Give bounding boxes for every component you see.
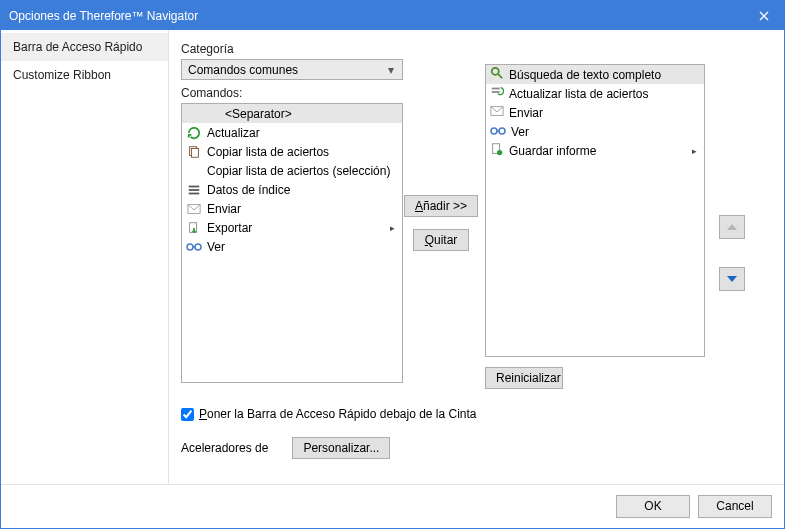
add-button[interactable]: Añadir >> (404, 195, 478, 217)
submenu-indicator-icon: ▸ (390, 223, 398, 233)
below-ribbon-row: Poner la Barra de Acceso Rápido debajo d… (181, 407, 772, 421)
category-combo[interactable]: Comandos comunes ▾ (181, 59, 403, 80)
copy-icon (186, 144, 202, 160)
close-icon (759, 11, 769, 21)
mail-icon (490, 104, 504, 121)
svg-rect-1 (191, 148, 198, 157)
customize-accelerators-button[interactable]: Personalizar... (292, 437, 390, 459)
svg-point-14 (499, 128, 505, 134)
index-icon (186, 182, 202, 198)
qat-listbox[interactable]: Búsqueda de texto completo Actualizar li… (485, 64, 705, 357)
list-item[interactable]: Guardar informe ▸ (486, 141, 704, 160)
close-button[interactable] (744, 1, 784, 30)
svg-point-7 (187, 244, 193, 250)
view-icon (186, 239, 202, 255)
dialog-window: Opciones de Therefore™ Navigator Barra d… (0, 0, 785, 529)
export-icon (186, 220, 202, 236)
search-icon (490, 66, 504, 83)
window-title: Opciones de Therefore™ Navigator (9, 9, 744, 23)
svg-point-13 (491, 128, 497, 134)
list-item[interactable]: Copiar lista de aciertos (selección) (182, 161, 402, 180)
ok-button[interactable]: OK (616, 495, 690, 518)
svg-rect-4 (189, 192, 200, 194)
move-up-button[interactable] (719, 215, 745, 239)
svg-point-9 (492, 68, 499, 75)
list-item[interactable]: Enviar (486, 103, 704, 122)
qat-column: Búsqueda de texto completo Actualizar li… (479, 103, 772, 389)
refresh-icon (186, 125, 202, 141)
main-panel: Categoría Comandos comunes ▾ Comandos: <… (169, 30, 784, 484)
reorder-buttons (719, 215, 745, 291)
accelerators-row: Aceleradores de Personalizar... (181, 437, 772, 459)
list-item[interactable]: <Separator> (182, 104, 402, 123)
svg-rect-10 (492, 88, 500, 90)
accelerators-label: Aceleradores de (181, 441, 268, 455)
refresh-list-icon (490, 85, 504, 102)
submenu-indicator-icon: ▸ (692, 146, 700, 156)
svg-rect-11 (492, 91, 500, 93)
svg-rect-3 (189, 189, 200, 191)
commands-column: <Separator> Actualizar Copiar lista de a… (181, 103, 403, 383)
lists-row: <Separator> Actualizar Copiar lista de a… (181, 103, 772, 389)
list-item[interactable]: Enviar (182, 199, 402, 218)
svg-rect-2 (189, 185, 200, 187)
sidebar: Barra de Acceso Rápido Customize Ribbon (1, 30, 169, 484)
list-item[interactable]: Exportar ▸ (182, 218, 402, 237)
list-item[interactable]: Actualizar (182, 123, 402, 142)
commands-listbox[interactable]: <Separator> Actualizar Copiar lista de a… (181, 103, 403, 383)
list-item[interactable]: Ver (486, 122, 704, 141)
list-item[interactable]: Datos de índice (182, 180, 402, 199)
dialog-body: Barra de Acceso Rápido Customize Ribbon … (1, 30, 784, 484)
list-item[interactable]: Actualizar lista de aciertos (486, 84, 704, 103)
mail-icon (186, 201, 202, 217)
dialog-footer: OK Cancel (1, 484, 784, 528)
triangle-down-icon (727, 276, 737, 282)
svg-point-8 (195, 244, 201, 250)
triangle-up-icon (727, 224, 737, 230)
cancel-button[interactable]: Cancel (698, 495, 772, 518)
reset-button[interactable]: Reinicializar (485, 367, 563, 389)
blank-icon (186, 106, 202, 122)
sidebar-item-ribbon[interactable]: Customize Ribbon (1, 61, 168, 89)
save-report-icon (490, 142, 504, 159)
list-item[interactable]: Ver (182, 237, 402, 256)
chevron-down-icon: ▾ (383, 63, 399, 77)
below-ribbon-checkbox[interactable] (181, 408, 194, 421)
move-down-button[interactable] (719, 267, 745, 291)
sidebar-item-qat[interactable]: Barra de Acceso Rápido (1, 33, 168, 61)
below-ribbon-label[interactable]: Poner la Barra de Acceso Rápido debajo d… (199, 407, 477, 421)
title-bar: Opciones de Therefore™ Navigator (1, 1, 784, 30)
category-value: Comandos comunes (188, 63, 298, 77)
blank-icon (186, 163, 202, 179)
list-item[interactable]: Búsqueda de texto completo (486, 65, 704, 84)
view-icon (490, 125, 506, 139)
category-label: Categoría (181, 42, 772, 56)
list-item[interactable]: Copiar lista de aciertos (182, 142, 402, 161)
transfer-buttons: Añadir >> Quitar (403, 103, 479, 251)
remove-button[interactable]: Quitar (413, 229, 469, 251)
svg-point-16 (497, 150, 502, 155)
